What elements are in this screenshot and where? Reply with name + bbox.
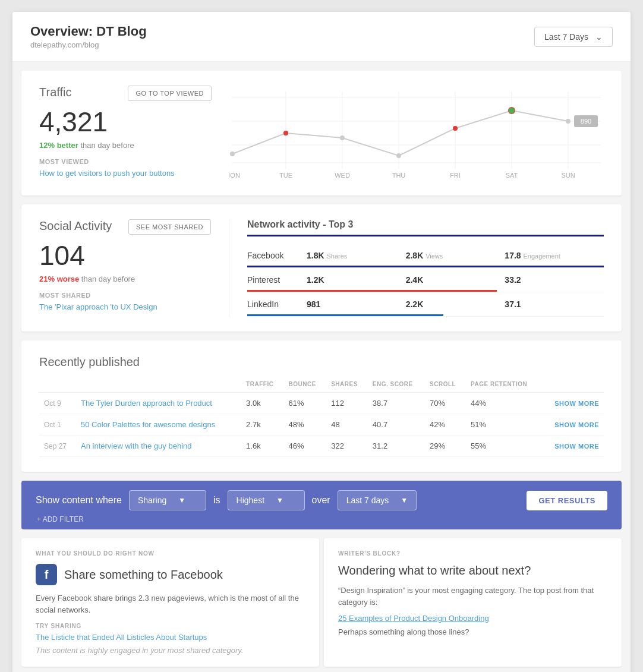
svg-point-10 — [230, 152, 235, 156]
svg-text:FRI: FRI — [450, 172, 461, 179]
page-subtitle: dtelepathy.com/blog — [30, 40, 147, 49]
writers-block-card: WRITER'S BLOCK? Wondering what to write … — [324, 538, 622, 667]
header: Overview: DT Blog dtelepathy.com/blog La… — [12, 12, 631, 62]
svg-point-16 — [566, 119, 570, 124]
svg-text:THU: THU — [392, 172, 406, 179]
row3-page-retention: 55% — [466, 436, 542, 457]
go-to-top-viewed-button[interactable]: GO TO TOP VIEWED — [128, 86, 212, 101]
row1-traffic: 3.0k — [241, 393, 284, 414]
row3-title: An interview with the guy behind — [76, 436, 241, 457]
row3-eng-score: 31.2 — [368, 436, 425, 457]
traffic-header-row: Traffic GO TO TOP VIEWED — [39, 86, 212, 101]
network-facebook-shares: 1.8K Shares — [307, 251, 406, 260]
network-linkedin-engagement: 37.1 — [505, 299, 604, 309]
svg-text:SUN: SUN — [561, 172, 575, 179]
col-action — [542, 378, 604, 393]
row3-traffic: 1.6k — [241, 436, 284, 457]
try-sub: This content is highly engaged in your m… — [36, 646, 305, 655]
chevron-down-icon: ⌄ — [595, 32, 603, 42]
network-row-facebook: Facebook 1.8K Shares 2.8K Views 17.8 Eng… — [247, 244, 604, 268]
row2-eng-score: 40.7 — [368, 414, 425, 436]
table-row: Sep 27 An interview with the guy behind … — [39, 436, 604, 457]
svg-text:890: 890 — [581, 118, 591, 125]
most-shared-link[interactable]: The 'Pixar approach 'to UX Design — [39, 302, 157, 311]
network-linkedin-views: 2.2K — [406, 299, 505, 309]
traffic-change: 12% better than day before — [39, 141, 212, 150]
filter-over-label: over — [312, 495, 330, 506]
network-linkedin-shares: 981 — [307, 299, 406, 309]
social-title: Social Activity — [39, 219, 112, 233]
social-number: 104 — [39, 241, 211, 271]
writers-block-label: WRITER'S BLOCK? — [338, 550, 607, 557]
bottom-row: WHAT YOU SHOULD DO RIGHT NOW f Share som… — [21, 538, 622, 667]
row1-show-more[interactable]: SHOW MORE — [542, 393, 604, 414]
traffic-title: Traffic — [39, 86, 71, 99]
social-change-value: 21% worse — [39, 275, 79, 283]
row3-date: Sep 27 — [39, 436, 76, 457]
writer-desc1: “Design Inspiration” is your most engagi… — [338, 585, 607, 608]
filter-label: Show content where — [36, 495, 122, 506]
row2-show-more[interactable]: SHOW MORE — [542, 414, 604, 436]
most-viewed-link[interactable]: How to get visitors to push your buttons — [39, 169, 175, 178]
try-sharing-link[interactable]: The Listicle that Ended All Listicles Ab… — [36, 633, 207, 642]
svg-point-12 — [340, 135, 345, 140]
table-row: Oct 1 50 Color Palettes for awesome desi… — [39, 414, 604, 436]
chevron-down-icon: ▼ — [401, 496, 408, 504]
filter-bar: Show content where Sharing ▼ is Highest … — [21, 481, 622, 529]
network-pinterest-engagement: 33.2 — [505, 275, 604, 285]
network-facebook-engagement: 17.8 Engagement — [505, 251, 604, 260]
row3-show-more[interactable]: SHOW MORE — [542, 436, 604, 457]
table-row: Oct 9 The Tyler Durden approach to Produ… — [39, 393, 604, 414]
writer-footer: Perhaps something along those lines? — [338, 627, 607, 636]
traffic-left: Traffic GO TO TOP VIEWED 4,321 12% bette… — [39, 86, 229, 181]
chevron-down-icon: ▼ — [276, 496, 283, 504]
fb-desc: Every Facebook share brings 2.3 new page… — [36, 592, 305, 616]
filter-period-dropdown[interactable]: Last 7 days ▼ — [338, 490, 417, 510]
col-bounce: BOUNCE — [284, 378, 327, 393]
row1-title: The Tyler Durden approach to Product — [76, 393, 241, 414]
traffic-number: 4,321 — [39, 107, 212, 137]
row2-date: Oct 1 — [39, 414, 76, 436]
row2-scroll: 42% — [425, 414, 466, 436]
published-table: TRAFFIC BOUNCE SHARES ENG. SCORE SCROLL … — [39, 378, 604, 457]
traffic-change-value: 12% better — [39, 141, 78, 150]
row3-bounce: 46% — [284, 436, 327, 457]
what-to-do-label: WHAT YOU SHOULD DO RIGHT NOW — [36, 550, 305, 557]
page-title: Overview: DT Blog — [30, 24, 147, 39]
fb-share-title: Share something to Facebook — [64, 568, 223, 582]
col-date — [39, 378, 76, 393]
filter-is-label: is — [213, 495, 220, 506]
col-shares: SHARES — [326, 378, 368, 393]
network-row-pinterest: Pinterest 1.2K 2.4K 33.2 — [247, 268, 604, 292]
network-name-facebook: Facebook — [247, 251, 307, 260]
page-wrapper: Overview: DT Blog dtelepathy.com/blog La… — [12, 12, 631, 672]
get-results-button[interactable]: GET RESULTS — [527, 491, 607, 510]
row1-bounce: 61% — [284, 393, 327, 414]
row2-shares: 48 — [326, 414, 368, 436]
social-right: Network activity - Top 3 Facebook 1.8K S… — [229, 219, 604, 317]
chevron-down-icon: ▼ — [178, 496, 185, 504]
svg-point-17 — [283, 131, 288, 135]
date-range-dropdown[interactable]: Last 7 Days ⌄ — [534, 27, 613, 47]
col-traffic: TRAFFIC — [241, 378, 284, 393]
svg-point-13 — [396, 153, 401, 158]
row1-shares: 112 — [326, 393, 368, 414]
most-viewed-label: MOST VIEWED — [39, 158, 212, 165]
row2-page-retention: 51% — [466, 414, 542, 436]
social-card: Social Activity SEE MOST SHARED 104 21% … — [21, 204, 622, 332]
add-filter-link[interactable]: + ADD FILTER — [37, 515, 607, 523]
svg-point-18 — [453, 126, 458, 131]
writer-link[interactable]: 25 Examples of Product Design Onboarding — [338, 614, 607, 623]
social-header-row: Social Activity SEE MOST SHARED — [39, 219, 211, 235]
svg-text:MON: MON — [229, 172, 240, 179]
col-page-retention: PAGE RETENTION — [466, 378, 542, 393]
row1-date: Oct 9 — [39, 393, 76, 414]
see-most-shared-button[interactable]: SEE MOST SHARED — [128, 219, 211, 235]
social-change-suffix: than day before — [81, 275, 135, 283]
row2-traffic: 2.7k — [241, 414, 284, 436]
network-name-linkedin: LinkedIn — [247, 299, 307, 309]
filter-sharing-dropdown[interactable]: Sharing ▼ — [129, 490, 206, 510]
filter-highest-dropdown[interactable]: Highest ▼ — [228, 490, 305, 510]
network-row-linkedin: LinkedIn 981 2.2K 37.1 — [247, 292, 604, 317]
facebook-icon: f — [36, 564, 57, 585]
